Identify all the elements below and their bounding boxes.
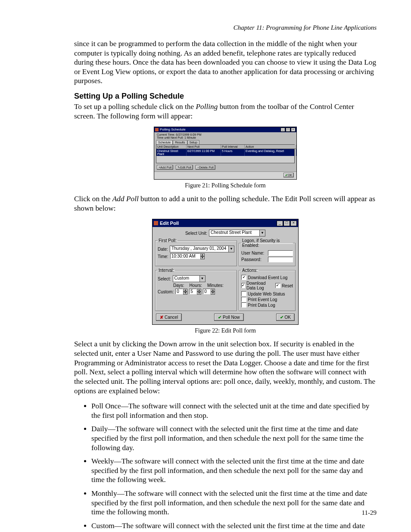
date-picker[interactable]: Thursday , January 01, 2004 ▼ <box>170 246 234 252</box>
figure-21-caption: Figure 21: Polling Schedule form <box>74 182 377 189</box>
logon-group: Logon, if Security is Enabled: User Name… <box>239 238 296 266</box>
up-arrow-icon[interactable]: ▲ <box>197 289 201 292</box>
password-field[interactable] <box>268 257 293 262</box>
polling-schedule-window: Polling Schedule _ □ × Current Time: 6/2… <box>154 127 297 180</box>
col-header: Unit Description <box>156 145 187 149</box>
interval-group: Interval: Select: Custom ▼ Days: Hours: … <box>155 268 237 311</box>
col-header: Next Poll <box>187 145 221 149</box>
minutes-value[interactable]: 0 <box>203 289 211 294</box>
time-until-label: Time until Next Poll: <box>157 136 184 139</box>
edit-poll-button[interactable]: ✎ Edit Poll <box>176 165 193 170</box>
section-heading: Setting Up a Polling Schedule <box>74 92 377 101</box>
up-arrow-icon[interactable]: ▲ <box>183 289 187 292</box>
maximize-button[interactable]: □ <box>283 221 290 226</box>
up-arrow-icon[interactable]: ▲ <box>211 289 215 292</box>
down-arrow-icon[interactable]: ▼ <box>211 292 215 295</box>
text: Click on the <box>74 195 112 203</box>
username-label: User Name: <box>241 251 266 255</box>
legend: Actions: <box>241 268 258 273</box>
down-arrow-icon[interactable]: ▼ <box>197 292 201 295</box>
select-unit-label: Select Unit: <box>185 231 207 236</box>
minutes-label: Minutes: <box>207 283 224 288</box>
select-paragraph: Select a unit by clicking the Down arrow… <box>74 339 377 395</box>
delete-poll-button[interactable]: − Delete Poll <box>196 165 215 170</box>
reset-checkbox[interactable]: ✔Reset <box>275 281 293 290</box>
days-value[interactable]: 0 <box>175 289 183 294</box>
minutes-spinner[interactable]: 0 ▲▼ <box>203 289 215 295</box>
col-header: Poll Interval <box>221 145 245 149</box>
legend: Interval: <box>158 268 175 273</box>
time-spinner[interactable]: 10:30:00 AM ▲▼ <box>170 253 205 259</box>
cancel-button[interactable]: ✘Cancel <box>156 314 182 321</box>
minimize-button[interactable]: _ <box>280 128 285 132</box>
col-header: Action <box>245 145 296 149</box>
window-title: Edit Poll <box>160 221 179 226</box>
close-button[interactable]: × <box>290 221 297 226</box>
figure-22-caption: Figure 22: Edit Poll form <box>74 327 377 334</box>
chevron-down-icon[interactable]: ▼ <box>259 230 265 236</box>
hours-label: Hours: <box>190 283 202 288</box>
intro-paragraph: since it can be programmed to perform th… <box>74 39 377 86</box>
interval-select-value: Custom <box>173 276 199 282</box>
cell: 6/27/1999 11:00 PM <box>187 149 221 156</box>
username-field[interactable] <box>268 250 293 256</box>
interval-select-label: Select: <box>158 277 171 281</box>
days-spinner[interactable]: 0 ▲▼ <box>175 289 187 295</box>
list-item: Poll Once—The software will connect with… <box>91 401 375 420</box>
list-item: Daily—The software will connect with the… <box>91 424 375 452</box>
polling-word: Polling <box>196 103 218 111</box>
poll-now-button[interactable]: ✔Poll Now <box>214 314 243 321</box>
app-icon <box>154 221 158 225</box>
maximize-button[interactable]: □ <box>286 128 290 132</box>
setup-paragraph: To set up a polling schedule click on th… <box>74 102 377 121</box>
window-title: Polling Schedule <box>160 128 186 131</box>
chevron-down-icon[interactable]: ▼ <box>199 276 205 282</box>
tab-schedule[interactable]: Schedule <box>156 140 173 144</box>
download-event-checkbox[interactable]: ✔Download Event Log <box>241 275 293 280</box>
down-arrow-icon[interactable]: ▼ <box>200 256 205 259</box>
print-data-checkbox[interactable]: Print Data Log <box>241 302 293 308</box>
date-label: Date: <box>158 247 168 252</box>
date-value: Thursday , January 01, 2004 <box>170 246 228 252</box>
update-web-checkbox[interactable]: Update Web Status <box>241 291 293 296</box>
custom-label: Custom: <box>158 289 174 294</box>
select-unit-value: Chestnut Street Plant <box>209 230 259 236</box>
list-item: Custom—The software will connect with th… <box>91 521 375 532</box>
actions-group: Actions: ✔Download Event Log ✔Download D… <box>239 268 296 311</box>
schedule-grid: Unit Description Next Poll Poll Interval… <box>156 144 295 163</box>
down-arrow-icon[interactable]: ▼ <box>183 292 187 295</box>
ok-button[interactable]: ✔ OK <box>283 173 294 177</box>
edit-poll-window: Edit Poll _ □ × Select Unit: Chestnut St… <box>152 219 299 325</box>
interval-select[interactable]: Custom ▼ <box>173 275 206 282</box>
close-button[interactable]: × <box>291 128 296 132</box>
list-item: Weekly—The software will connect with th… <box>91 457 375 485</box>
addpoll-word: Add Poll <box>112 195 139 203</box>
select-unit-combo[interactable]: Chestnut Street Plant ▼ <box>209 230 265 236</box>
cell: Chestnut Street Plant <box>156 149 187 156</box>
time-until-value: 1 Minute <box>184 136 196 139</box>
legend: Logon, if Security is Enabled: <box>241 238 293 248</box>
time-label: Time: <box>158 254 168 259</box>
hours-spinner[interactable]: 5 ▲▼ <box>189 289 201 295</box>
tab-setup[interactable]: Setup <box>187 140 199 144</box>
list-item: Monthly—The software will connect with t… <box>91 489 375 517</box>
first-poll-group: First Poll: Date: Thursday , January 01,… <box>155 238 237 266</box>
minimize-button[interactable]: _ <box>277 221 283 226</box>
interval-options-list: Poll Once—The software will connect with… <box>91 401 377 532</box>
table-row[interactable]: Chestnut Street Plant 6/27/1999 11:00 PM… <box>156 149 294 156</box>
download-data-checkbox[interactable]: ✔Download Data Log <box>241 281 273 290</box>
cell: Eventlog and Datalog, Reset <box>245 149 296 156</box>
cell: 5 Hours <box>221 149 245 156</box>
text: To set up a polling schedule click on th… <box>74 103 196 111</box>
chevron-down-icon[interactable]: ▼ <box>228 246 234 252</box>
hours-value[interactable]: 5 <box>189 289 197 294</box>
ok-button[interactable]: ✔OK <box>276 314 295 321</box>
tab-results[interactable]: Results <box>173 140 187 144</box>
print-event-checkbox[interactable]: Print Event Log <box>241 297 293 302</box>
titlebar: Polling Schedule _ □ × <box>154 127 296 132</box>
add-poll-button[interactable]: + Add Poll <box>157 165 173 170</box>
days-label: Days: <box>173 283 184 288</box>
time-value[interactable]: 10:30:00 AM <box>170 253 200 259</box>
up-arrow-icon[interactable]: ▲ <box>200 253 205 256</box>
password-label: Password: <box>241 257 266 262</box>
